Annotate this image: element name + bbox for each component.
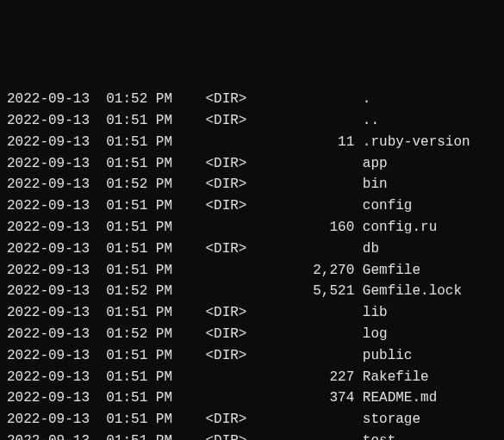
entry-date: 2022-09-13 — [7, 260, 90, 282]
entry-date: 2022-09-13 — [7, 195, 90, 217]
listing-row: 2022-09-13 01:51 PM 2,270 Gemfile — [7, 260, 497, 282]
entry-date: 2022-09-13 — [7, 324, 90, 345]
entry-date: 2022-09-13 — [7, 409, 90, 431]
entry-size: 11 — [255, 132, 354, 153]
entry-name: README.md — [363, 387, 437, 409]
entry-type: <DIR> — [205, 174, 246, 195]
entry-time: 01:51 PM — [106, 153, 172, 175]
entry-date: 2022-09-13 — [7, 281, 90, 302]
entry-date: 2022-09-13 — [7, 110, 90, 132]
entry-type: <DIR> — [205, 89, 246, 110]
listing-row: 2022-09-13 01:52 PM <DIR> . — [7, 89, 497, 110]
entry-name: public — [363, 345, 413, 367]
listing-row: 2022-09-13 01:51 PM <DIR> app — [7, 153, 497, 175]
entry-time: 01:51 PM — [106, 367, 172, 388]
entry-name: .ruby-version — [363, 132, 470, 153]
entry-time: 01:51 PM — [106, 409, 172, 431]
entry-time: 01:51 PM — [106, 260, 172, 282]
entry-date: 2022-09-13 — [7, 174, 90, 195]
entry-date: 2022-09-13 — [7, 132, 90, 153]
listing-row: 2022-09-13 01:51 PM 374 README.md — [7, 387, 497, 409]
listing-row: 2022-09-13 01:52 PM <DIR> log — [7, 324, 497, 345]
listing-row: 2022-09-13 01:51 PM 11 .ruby-version — [7, 132, 497, 153]
entry-date: 2022-09-13 — [7, 153, 90, 175]
entry-date: 2022-09-13 — [7, 367, 90, 388]
file-listing: 2022-09-13 01:52 PM <DIR> .2022-09-13 01… — [7, 89, 497, 440]
entry-date: 2022-09-13 — [7, 239, 90, 260]
entry-size: 160 — [255, 217, 354, 239]
entry-type: <DIR> — [205, 431, 246, 440]
entry-size: 5,521 — [255, 281, 354, 302]
listing-row: 2022-09-13 01:51 PM <DIR> storage — [7, 409, 497, 431]
listing-row: 2022-09-13 01:51 PM <DIR> public — [7, 345, 497, 367]
entry-time: 01:51 PM — [106, 217, 172, 239]
listing-row: 2022-09-13 01:51 PM <DIR> lib — [7, 302, 497, 324]
entry-time: 01:52 PM — [106, 174, 172, 195]
entry-type: <DIR> — [205, 153, 246, 175]
entry-size: 2,270 — [255, 260, 354, 282]
entry-type: <DIR> — [205, 409, 246, 431]
listing-row: 2022-09-13 01:52 PM 5,521 Gemfile.lock — [7, 281, 497, 302]
entry-time: 01:51 PM — [106, 110, 172, 132]
entry-name: storage — [363, 409, 420, 431]
entry-time: 01:52 PM — [106, 281, 172, 302]
listing-row: 2022-09-13 01:52 PM <DIR> bin — [7, 174, 497, 195]
listing-row: 2022-09-13 01:51 PM <DIR> db — [7, 239, 497, 260]
entry-type: <DIR> — [205, 195, 246, 217]
entry-time: 01:51 PM — [106, 345, 172, 367]
entry-name: lib — [363, 302, 388, 324]
entry-date: 2022-09-13 — [7, 345, 90, 367]
entry-name: Gemfile.lock — [363, 281, 462, 302]
entry-time: 01:51 PM — [106, 132, 172, 153]
listing-row: 2022-09-13 01:51 PM <DIR> config — [7, 195, 497, 217]
entry-time: 01:51 PM — [106, 387, 172, 409]
entry-time: 01:52 PM — [106, 324, 172, 345]
entry-name: Gemfile — [363, 260, 420, 282]
entry-name: config — [363, 195, 413, 217]
entry-type: <DIR> — [205, 110, 246, 132]
entry-type: <DIR> — [205, 302, 246, 324]
listing-row: 2022-09-13 01:51 PM <DIR> test — [7, 431, 497, 440]
entry-type: <DIR> — [205, 239, 246, 260]
entry-size: 227 — [255, 367, 354, 388]
entry-date: 2022-09-13 — [7, 89, 90, 110]
entry-name: bin — [363, 174, 388, 195]
entry-date: 2022-09-13 — [7, 431, 90, 440]
entry-date: 2022-09-13 — [7, 302, 90, 324]
entry-type: <DIR> — [205, 324, 246, 345]
entry-name: Rakefile — [363, 367, 429, 388]
entry-time: 01:51 PM — [106, 431, 172, 440]
entry-name: app — [363, 153, 388, 175]
entry-date: 2022-09-13 — [7, 387, 90, 409]
entry-name: .. — [363, 110, 379, 132]
entry-size: 374 — [255, 387, 354, 409]
entry-time: 01:51 PM — [106, 195, 172, 217]
entry-name: . — [363, 89, 371, 110]
listing-row: 2022-09-13 01:51 PM <DIR> .. — [7, 110, 497, 132]
entry-name: log — [363, 324, 388, 345]
entry-name: test — [363, 431, 395, 440]
entry-type: <DIR> — [205, 345, 246, 367]
entry-time: 01:51 PM — [106, 302, 172, 324]
listing-row: 2022-09-13 01:51 PM 227 Rakefile — [7, 367, 497, 388]
entry-date: 2022-09-13 — [7, 217, 90, 239]
listing-row: 2022-09-13 01:51 PM 160 config.ru — [7, 217, 497, 239]
entry-name: db — [363, 239, 379, 260]
entry-time: 01:52 PM — [106, 89, 172, 110]
entry-name: config.ru — [363, 217, 437, 239]
entry-time: 01:51 PM — [106, 239, 172, 260]
